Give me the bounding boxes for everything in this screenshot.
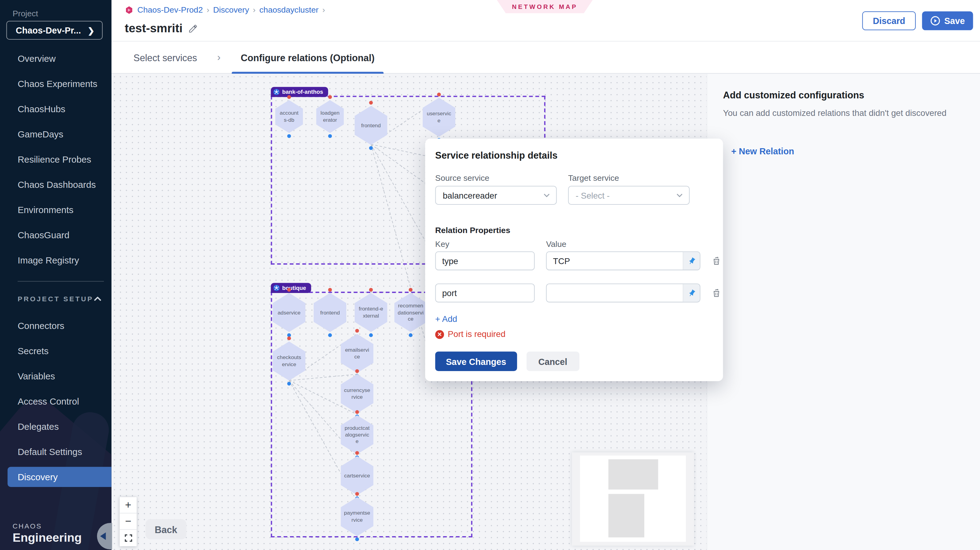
custom-config-panel: Add customized configurations You can ad… — [706, 74, 980, 550]
chevron-right-icon: › — [207, 5, 210, 14]
service-node-currencyservice[interactable]: currencyservice — [341, 374, 374, 413]
chevron-right-icon: › — [253, 5, 256, 14]
zoom-out-button[interactable]: − — [120, 513, 137, 530]
group-label-bank-of-anthos[interactable]: bank-of-anthos — [271, 87, 328, 97]
breadcrumb-project[interactable]: Chaos-Dev-Prod2 — [137, 5, 203, 14]
value-input-row1[interactable] — [546, 252, 700, 270]
service-node-checkoutservice[interactable]: checkoutservice — [273, 341, 305, 381]
tab-configure-relations[interactable]: Configure relations (Optional) — [232, 41, 383, 73]
canvas-zoom-controls: + − — [120, 497, 137, 546]
chevron-down-icon — [676, 193, 683, 197]
back-button[interactable]: Back — [146, 519, 186, 540]
ingress-dot — [355, 410, 359, 414]
cancel-button[interactable]: Cancel — [526, 352, 579, 371]
ingress-dot — [355, 451, 359, 455]
ingress-dot — [287, 336, 291, 340]
sidebar-item-chaosguard[interactable]: ChaosGuard — [0, 222, 111, 247]
ingress-dot — [355, 369, 359, 373]
service-node-accounts-db[interactable]: accounts-db — [275, 100, 303, 133]
chevron-left-icon — [100, 532, 106, 540]
value-field-row1 — [546, 252, 700, 270]
sidebar-item-image-registry[interactable]: Image Registry — [0, 247, 111, 273]
panel-subtext: You can add customized relations that di… — [723, 108, 967, 118]
sidebar-item-gamedays[interactable]: GameDays — [0, 122, 111, 147]
target-service-select[interactable]: - Select - — [568, 186, 690, 205]
service-node-productcatalogservice[interactable]: productcatalogservice — [341, 415, 374, 454]
header-actions: Discard Save — [862, 11, 973, 30]
discard-button[interactable]: Discard — [862, 11, 916, 30]
sidebar-item-secrets[interactable]: Secrets — [0, 338, 111, 363]
value-input-row2[interactable] — [546, 284, 700, 302]
play-circle-icon — [931, 16, 941, 26]
source-service-select[interactable]: balancereader — [435, 186, 557, 205]
value-field-row2 — [546, 284, 700, 302]
service-node-frontend-bank[interactable]: frontend — [355, 106, 387, 145]
egress-dot — [355, 537, 359, 541]
sidebar-item-discovery[interactable]: Discovery — [0, 464, 111, 489]
egress-dot — [287, 382, 291, 386]
tab-select-services[interactable]: Select services — [125, 41, 206, 73]
group-label-boutique[interactable]: boutique — [271, 283, 311, 293]
service-node-frontend-external[interactable]: frontend-external — [355, 293, 387, 332]
sidebar-item-chaos-dashboards[interactable]: Chaos Dashboards — [0, 172, 111, 197]
service-node-frontend-boutique[interactable]: frontend — [313, 293, 347, 332]
edit-pencil-icon[interactable] — [188, 24, 198, 33]
sidebar-item-delegates[interactable]: Delegates — [0, 414, 111, 439]
service-node-paymentservice[interactable]: paymentservice — [341, 497, 374, 536]
ingress-dot — [328, 288, 332, 292]
project-selector-value: Chaos-Dev-Pr... — [16, 25, 81, 35]
service-node-recommendationservice[interactable]: recommendationservice — [394, 293, 427, 332]
key-input-row2[interactable] — [435, 284, 535, 302]
pushpin-icon — [687, 257, 696, 265]
sidebar-item-environments[interactable]: Environments — [0, 197, 111, 222]
sidebar-item-variables[interactable]: Variables — [0, 363, 111, 389]
kubernetes-icon — [274, 89, 280, 95]
add-property-link[interactable]: + Add — [435, 314, 457, 324]
save-changes-button[interactable]: Save Changes — [435, 352, 517, 371]
fullscreen-button[interactable] — [120, 530, 137, 546]
project-setup-section-header[interactable]: PROJECT SETUP — [18, 291, 101, 306]
ingress-dot — [328, 95, 332, 99]
service-node-loadgenerator[interactable]: loadgenerator — [316, 100, 344, 133]
service-node-adservice[interactable]: adservice — [273, 293, 305, 332]
minimap-group-boutique — [608, 494, 644, 537]
egress-dot — [369, 146, 373, 150]
chevron-right-icon: ❯ — [88, 26, 94, 35]
target-service-label: Target service — [568, 174, 619, 183]
service-node-userservice[interactable]: userservice — [423, 98, 456, 137]
service-node-cartservice[interactable]: cartservice — [341, 456, 374, 495]
delete-row-button[interactable] — [711, 255, 722, 266]
service-relationship-modal: Service relationship details Source serv… — [425, 139, 723, 381]
source-service-label: Source service — [435, 174, 489, 183]
key-input-row1[interactable] — [435, 252, 535, 270]
breadcrumb-discovery[interactable]: Discovery — [213, 5, 249, 14]
minimap-group-bank — [608, 459, 658, 489]
sidebar-item-resilience-probes[interactable]: Resilience Probes — [0, 147, 111, 172]
minimap-view — [580, 456, 686, 542]
zoom-in-button[interactable]: + — [120, 497, 137, 513]
sidebar-item-connectors[interactable]: Connectors — [0, 313, 111, 338]
canvas-minimap[interactable] — [572, 452, 694, 545]
delete-row-button[interactable] — [711, 287, 722, 298]
egress-dot — [409, 333, 413, 337]
sidebar-item-chaoshubs[interactable]: ChaosHubs — [0, 97, 111, 122]
new-relation-link[interactable]: + New Relation — [731, 146, 794, 156]
project-label: Project — [13, 9, 38, 18]
pin-value-button[interactable] — [682, 284, 700, 301]
pin-value-button[interactable] — [682, 252, 700, 269]
service-node-emailservice[interactable]: emailservice — [341, 334, 374, 373]
project-selector[interactable]: Chaos-Dev-Pr... ❯ — [6, 21, 103, 40]
app-logo: CHAOS Engineering — [13, 522, 82, 545]
breadcrumb-agent[interactable]: chaosdaycluster — [259, 5, 318, 14]
harness-brand-icon — [125, 5, 134, 14]
sidebar-item-overview[interactable]: Overview — [0, 46, 111, 71]
relation-properties-heading: Relation Properties — [435, 226, 510, 235]
wizard-tabbar: Select services › Configure relations (O… — [111, 41, 980, 74]
sidebar-item-default-settings[interactable]: Default Settings — [0, 439, 111, 464]
sidebar: Project Chaos-Dev-Pr... ❯ Overview Chaos… — [0, 0, 111, 550]
page-title: test-smriti — [125, 22, 183, 35]
value-label: Value — [546, 239, 566, 249]
sidebar-item-chaos-experiments[interactable]: Chaos Experiments — [0, 71, 111, 97]
save-button[interactable]: Save — [922, 11, 973, 30]
sidebar-item-access-control[interactable]: Access Control — [0, 389, 111, 414]
